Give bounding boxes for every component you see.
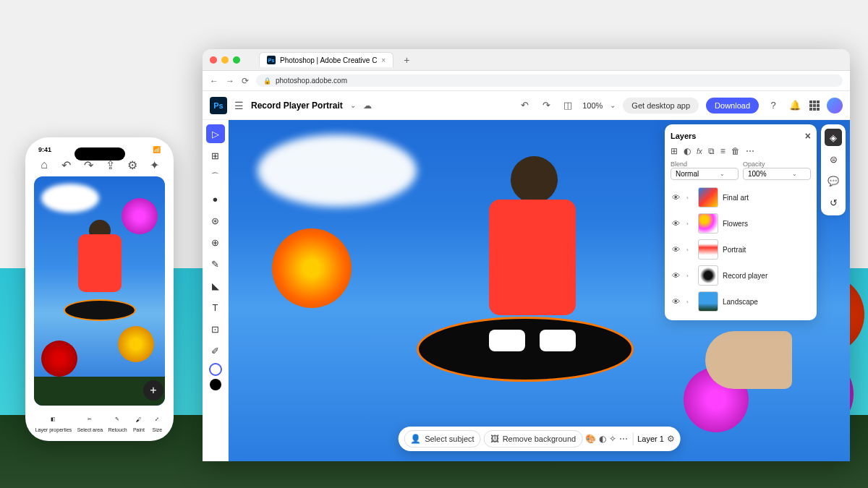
transform-tool[interactable]: ⊞	[206, 146, 225, 165]
forward-icon[interactable]: →	[226, 76, 234, 86]
adjustments-icon[interactable]: ⊜	[825, 150, 842, 168]
redo-icon[interactable]: ↷	[82, 159, 94, 171]
camera-icon[interactable]: ⧉	[708, 146, 715, 156]
comments-icon[interactable]: 💬	[825, 172, 842, 189]
phone-bottom-toolbar: ◧Layer properties ✂Select area ✎Retouch …	[31, 408, 168, 435]
clone-tool[interactable]: ⊕	[206, 233, 225, 252]
move-tool[interactable]: ▷	[206, 124, 225, 143]
hamburger-icon[interactable]: ☰	[234, 100, 244, 111]
tool-size[interactable]: ⤢Size	[150, 413, 163, 432]
close-icon[interactable]: ×	[805, 130, 811, 142]
layer-row[interactable]: 👁›Flowers	[671, 210, 811, 236]
visibility-icon[interactable]: 👁	[672, 245, 682, 254]
effects-icon[interactable]: ✧	[609, 434, 616, 444]
layer-row[interactable]: 👁›Portrait	[671, 236, 811, 262]
window-controls[interactable]	[210, 56, 240, 64]
back-icon[interactable]: ←	[210, 76, 218, 86]
tool-layer-properties[interactable]: ◧Layer properties	[35, 413, 72, 432]
url-field[interactable]: 🔒 photoshop.adobe.com	[256, 74, 843, 87]
visibility-icon[interactable]: 👁	[672, 193, 682, 202]
layer-row[interactable]: 👁›Final art	[671, 184, 811, 210]
home-icon[interactable]: ⌂	[38, 159, 50, 171]
ps-logo[interactable]: Ps	[210, 97, 227, 114]
mask-icon[interactable]: ◐	[684, 146, 691, 156]
undo-icon[interactable]: ↶	[61, 159, 72, 171]
blend-select[interactable]: Normal⌄	[671, 168, 739, 180]
zoom-level[interactable]: 100%	[582, 101, 603, 110]
get-desktop-button[interactable]: Get desktop app	[623, 98, 699, 114]
app-body: ▷ ⊞ ⌒ ● ⊛ ⊕ ✎ ◣ T ⊡ ✐ 👤Select sub	[203, 120, 850, 461]
layer-thumb	[698, 239, 718, 260]
layer-thumb	[698, 265, 718, 286]
canvas[interactable]: 👤Select subject 🖼Remove background 🎨 ◐ ✧…	[229, 120, 850, 461]
opacity-select[interactable]: 100%⌄	[743, 168, 811, 180]
image-icon: 🖼	[490, 434, 499, 444]
foreground-color[interactable]	[209, 363, 222, 376]
sparkle-icon[interactable]: ✦	[149, 159, 161, 171]
browser-chrome: Ps Photoshop | Adobe Creative C × +	[203, 49, 850, 71]
canvas-cloud	[258, 134, 417, 207]
apps-grid-icon[interactable]	[809, 100, 820, 111]
adjust-icon[interactable]: ◐	[599, 434, 606, 444]
avatar[interactable]	[827, 98, 843, 114]
heal-tool[interactable]: ⊛	[206, 211, 225, 230]
settings-icon[interactable]: ⚙	[127, 159, 138, 171]
eyedropper-tool[interactable]: ✐	[206, 341, 225, 360]
visibility-icon[interactable]: 👁	[672, 219, 682, 228]
lasso-tool[interactable]: ⌒	[206, 168, 225, 187]
new-tab-button[interactable]: +	[404, 54, 409, 66]
visibility-icon[interactable]: 👁	[672, 271, 682, 280]
document-title[interactable]: Record Player Portrait	[251, 100, 343, 111]
reload-icon[interactable]: ⟳	[242, 76, 249, 86]
eraser-tool[interactable]: ◣	[206, 276, 225, 295]
active-layer-label[interactable]: Layer 1	[637, 435, 664, 443]
stack-icon[interactable]: ≡	[720, 146, 726, 156]
add-layer-icon[interactable]: ⊞	[671, 146, 678, 156]
chevron-down-icon[interactable]: ⌄	[610, 101, 616, 109]
tab-close-icon[interactable]: ×	[381, 56, 386, 64]
chevron-right-icon[interactable]: ›	[686, 221, 694, 227]
help-icon[interactable]: ?	[766, 100, 780, 111]
more-icon[interactable]: ⋯	[619, 434, 628, 444]
tool-select-area[interactable]: ✂Select area	[77, 413, 103, 432]
share-icon[interactable]: ⇪	[105, 159, 116, 171]
browser-tab[interactable]: Ps Photoshop | Adobe Creative C ×	[259, 52, 393, 67]
sliders-icon[interactable]: ⚙	[667, 434, 675, 444]
ps-favicon: Ps	[267, 56, 276, 64]
brush-select-tool[interactable]: ●	[206, 189, 225, 208]
layers-icon[interactable]: ◈	[825, 129, 842, 146]
type-tool[interactable]: T	[206, 298, 225, 317]
fx-icon[interactable]: fx	[697, 147, 702, 155]
chevron-down-icon[interactable]: ⌄	[350, 101, 356, 109]
tool-label: Select area	[77, 427, 103, 432]
download-button[interactable]: Download	[706, 98, 759, 114]
select-subject-button[interactable]: 👤Select subject	[404, 430, 480, 448]
fill-icon[interactable]: 🎨	[585, 434, 596, 444]
more-icon[interactable]: ⋯	[746, 146, 754, 156]
background-color[interactable]	[210, 379, 221, 390]
tool-paint[interactable]: 🖌Paint	[132, 413, 145, 432]
panel-title: Layers	[671, 132, 696, 140]
crop-tool[interactable]: ⊡	[206, 320, 225, 338]
visibility-icon[interactable]: 👁	[672, 297, 682, 306]
bell-icon[interactable]: 🔔	[788, 100, 802, 111]
redo-icon[interactable]: ↷	[539, 100, 553, 111]
chevron-right-icon[interactable]: ›	[686, 299, 694, 305]
canvas-subject	[431, 156, 619, 373]
brush-tool[interactable]: ✎	[206, 254, 225, 273]
add-button[interactable]: +	[143, 380, 163, 401]
chevron-right-icon[interactable]: ›	[686, 194, 694, 201]
tool-label: Size	[152, 427, 162, 432]
chevron-right-icon[interactable]: ›	[686, 273, 694, 279]
panels-icon[interactable]: ◫	[561, 100, 575, 111]
layer-row[interactable]: 👁›Record player	[671, 262, 811, 288]
trash-icon[interactable]: 🗑	[731, 146, 740, 156]
layer-row[interactable]: 👁›Landscape	[671, 288, 811, 314]
undo-icon[interactable]: ↶	[517, 100, 532, 111]
tool-retouch[interactable]: ✎Retouch	[108, 413, 127, 432]
cloud-icon[interactable]: ☁	[363, 100, 372, 111]
chevron-right-icon[interactable]: ›	[686, 247, 694, 253]
history-icon[interactable]: ↺	[825, 194, 842, 211]
remove-bg-button[interactable]: 🖼Remove background	[484, 430, 583, 448]
phone-canvas[interactable]	[34, 176, 165, 406]
